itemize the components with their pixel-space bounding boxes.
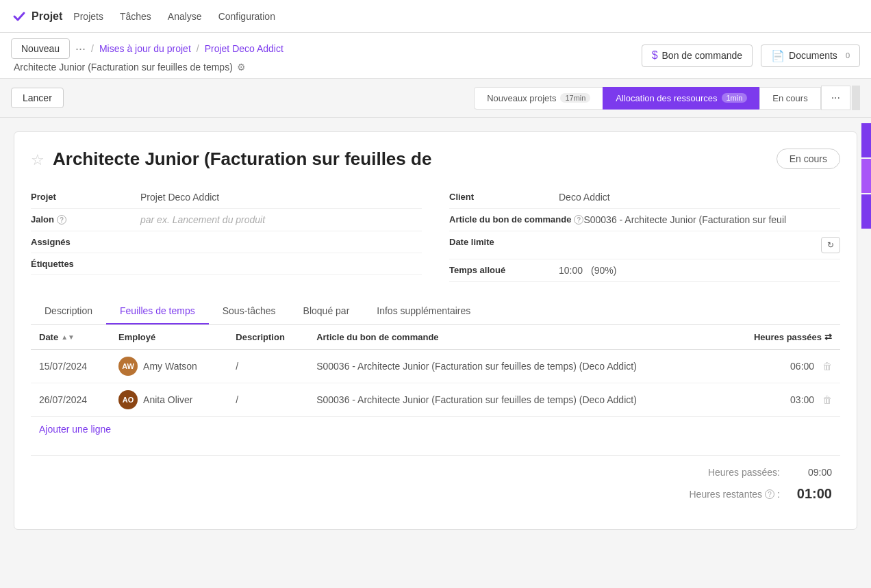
breadcrumb-link-1[interactable]: Mises à jour du projet (99, 43, 191, 54)
field-article: Article du bon de commande ? S00036 - Ar… (449, 209, 840, 231)
stage-en-cours[interactable]: En cours (759, 87, 820, 110)
avatar-amy: AW (118, 357, 138, 376)
summary-heures-restantes: Heures restantes ? : 01:00 (690, 486, 833, 502)
fields-left: Projet Projet Deco Addict Jalon ? par ex… (31, 186, 422, 282)
cell-heures-1: 06:00 🗑 (724, 350, 840, 383)
sidebar-btn-1[interactable] (861, 123, 871, 157)
stage-nouveaux-projets[interactable]: Nouveaux projets 17min (474, 87, 603, 110)
temps-alloue-pct: (90%) (591, 265, 616, 276)
jalon-help-icon[interactable]: ? (57, 215, 66, 225)
article-label: Article du bon de commande ? (449, 214, 583, 225)
cell-article-2[interactable]: S00036 - Architecte Junior (Facturation … (308, 383, 724, 417)
breadcrumb-subtitle: Architecte Junior (Facturation sur feuil… (14, 62, 636, 73)
cell-employee-1: AW Amy Watson (110, 350, 227, 383)
cell-desc-2[interactable]: / (227, 383, 308, 417)
tab-bloque-par[interactable]: Bloqué par (290, 298, 364, 324)
delete-row-2-icon[interactable]: 🗑 (822, 394, 832, 405)
temps-alloue-value-container: 10:00 (90%) (559, 265, 616, 276)
cell-date-2: 26/07/2024 (31, 383, 110, 417)
add-line-button[interactable]: Ajouter une ligne (39, 424, 111, 435)
breadcrumb-dots[interactable]: ··· (75, 42, 86, 56)
breadcrumb-bar: Nouveau ··· / Mises à jour du projet / P… (0, 33, 871, 79)
bon-commande-label: Bon de commande (662, 50, 743, 61)
cell-heures-2: 03:00 🗑 (724, 383, 840, 417)
sidebar-btn-3[interactable] (861, 194, 871, 229)
task-header: ☆ Architecte Junior (Facturation sur feu… (31, 149, 840, 170)
dollar-icon: $ (652, 49, 658, 62)
timesheets-table: Date ▲▼ Employé Description Article du b… (31, 325, 840, 513)
temps-alloue-time[interactable]: 10:00 (559, 265, 583, 276)
nav-taches[interactable]: Tâches (114, 8, 157, 25)
employee-name-1: Amy Watson (143, 361, 197, 372)
stage-badge: 1min (722, 93, 748, 103)
status-button[interactable]: En cours (777, 149, 840, 169)
app-logo: Projet (11, 8, 62, 25)
tab-feuilles-temps[interactable]: Feuilles de temps (106, 298, 209, 324)
stage-allocation[interactable]: Allocation des ressources 1min (603, 87, 760, 110)
add-line-container: Ajouter une ligne (31, 417, 840, 442)
star-icon[interactable]: ☆ (31, 151, 45, 169)
client-value[interactable]: Deco Addict (559, 192, 840, 203)
article-help-icon[interactable]: ? (574, 215, 583, 225)
breadcrumb-link-2[interactable]: Projet Deco Addict (205, 43, 283, 54)
stages-container: Nouveaux projets 17min Allocation des re… (474, 86, 860, 110)
sidebar-btn-2[interactable] (861, 159, 871, 193)
field-temps-alloue: Temps alloué 10:00 (90%) (449, 259, 840, 282)
jalon-value[interactable]: par ex. Lancement du produit (140, 214, 422, 225)
projet-label: Projet (31, 192, 140, 202)
field-date-limite: Date limite ↻ (449, 231, 840, 259)
lancer-button[interactable]: Lancer (11, 88, 64, 108)
avatar-anita: AO (118, 390, 138, 409)
documents-count: 0 (846, 51, 850, 60)
article-value[interactable]: S00036 - Architecte Junior (Facturation … (583, 214, 840, 225)
app-name: Projet (31, 10, 62, 23)
document-icon: 📄 (771, 49, 785, 62)
spacer (31, 442, 840, 455)
nouveau-button[interactable]: Nouveau (11, 38, 70, 59)
breadcrumb-current: Architecte Junior (Facturation sur feuil… (14, 62, 233, 73)
task-title: Architecte Junior (Facturation sur feuil… (53, 149, 768, 170)
col-date: Date ▲▼ (31, 325, 110, 350)
delete-row-1-icon[interactable]: 🗑 (822, 361, 832, 372)
summary-section: Heures passées: 09:00 Heures restantes ?… (31, 455, 840, 513)
col-employe: Employé (110, 325, 227, 350)
col-article: Article du bon de commande (308, 325, 724, 350)
tab-sous-taches[interactable]: Sous-tâches (209, 298, 290, 324)
field-assignes: Assignés (31, 231, 422, 253)
stage-more-button[interactable]: ··· (821, 86, 850, 110)
top-nav: Projet Projets Tâches Analyse Configurat… (0, 0, 871, 33)
documents-button[interactable]: 📄 Documents 0 (761, 44, 860, 67)
logo-icon (11, 8, 27, 25)
stage-label: Allocation des ressources (616, 93, 717, 103)
nav-analyse[interactable]: Analyse (162, 8, 207, 25)
bon-commande-button[interactable]: $ Bon de commande (642, 44, 753, 67)
field-client: Client Deco Addict (449, 186, 840, 209)
assignes-label: Assignés (31, 237, 140, 247)
tabs-container: Description Feuilles de temps Sous-tâche… (31, 298, 840, 325)
tab-infos-suppl[interactable]: Infos supplémentaires (363, 298, 484, 324)
settings-icon[interactable]: ⚙ (237, 62, 246, 73)
stage-label: Nouveaux projets (487, 93, 556, 103)
cell-article-1[interactable]: S00036 - Architecte Junior (Facturation … (308, 350, 724, 383)
field-projet: Projet Projet Deco Addict (31, 186, 422, 209)
heures-passees-label: Heures passées: (708, 467, 780, 478)
heures-restantes-value: 01:00 (791, 486, 832, 502)
summary-heures-passees: Heures passées: 09:00 (708, 467, 832, 478)
stage-badge: 17min (560, 93, 590, 103)
nav-projets[interactable]: Projets (68, 8, 109, 25)
tab-description[interactable]: Description (31, 298, 106, 324)
heures-restantes-help-icon[interactable]: ? (765, 489, 774, 499)
col-description: Description (227, 325, 308, 350)
heures-passees-value: 09:00 (791, 467, 832, 478)
nav-configuration[interactable]: Configuration (213, 8, 281, 25)
adjust-columns-icon[interactable]: ⇄ (824, 332, 832, 342)
projet-value[interactable]: Projet Deco Addict (140, 192, 422, 203)
fields-right: Client Deco Addict Article du bon de com… (449, 186, 840, 282)
refresh-button[interactable]: ↻ (821, 237, 840, 253)
stage-bar: Lancer Nouveaux projets 17min Allocation… (0, 79, 871, 118)
cell-employee-2: AO Anita Oliver (110, 383, 227, 417)
temps-alloue-label: Temps alloué (449, 265, 559, 275)
heures-restantes-label: Heures restantes ? : (690, 489, 781, 500)
cell-desc-1[interactable]: / (227, 350, 308, 383)
date-limite-label: Date limite (449, 237, 559, 247)
